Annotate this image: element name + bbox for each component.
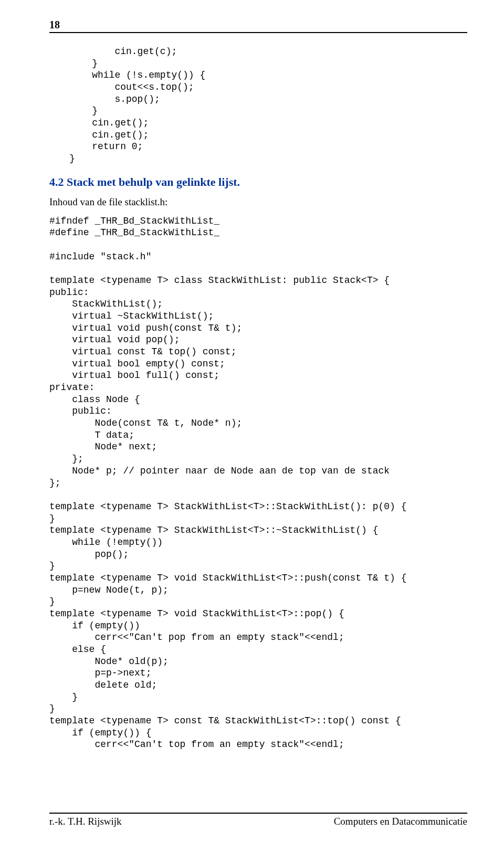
footer-divider bbox=[49, 813, 467, 814]
footer-right: Computers en Datacommunicatie bbox=[334, 816, 467, 827]
top-divider bbox=[49, 32, 467, 33]
footer-left: r.-k. T.H. Rijswijk bbox=[49, 816, 122, 827]
page-number: 18 bbox=[49, 19, 467, 31]
section-heading: 4.2 Stack met behulp van gelinkte lijst. bbox=[49, 175, 467, 189]
code-block-top: cin.get(c); } while (!s.empty()) { cout<… bbox=[69, 46, 467, 165]
file-label: Inhoud van de file stacklist.h: bbox=[49, 196, 467, 208]
code-block-main: #ifndef _THR_Bd_StackWithList_ #define _… bbox=[49, 215, 467, 751]
